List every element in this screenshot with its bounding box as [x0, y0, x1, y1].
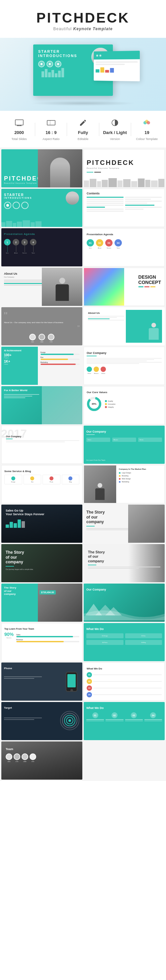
slide-19-inner: Sales Go UpYour Service Stays Forever — [1, 504, 82, 543]
slide-30-title: What We Do — [86, 706, 162, 710]
slide-10-left: About Us — [86, 310, 126, 343]
s-track-1 — [16, 636, 79, 637]
avatar-name-3: CTO — [50, 341, 53, 343]
company-col-2: Mission — [112, 438, 136, 442]
preview-slide-14[interactable]: Our Core Values 85% Quality — [84, 386, 165, 424]
light-step-2: 02 About — [96, 239, 103, 249]
preview-slide-22[interactable]: The Storyof ourcompany — [84, 544, 165, 582]
phone-line-2 — [4, 678, 34, 679]
preview-slide-27[interactable]: Phone — [1, 662, 82, 701]
wwd3-num-4: 04 — [150, 712, 156, 718]
slide-11-inner: AI Achievement 100+ Projects 1K+ Clients… — [1, 347, 82, 385]
team-name-4: CFO — [30, 761, 36, 762]
contents-r-line-4 — [125, 203, 147, 204]
slide-15-content: Our Company — [4, 435, 79, 442]
sales-bars — [6, 518, 78, 528]
preview-slide-7[interactable]: About Us Our Company — [1, 268, 82, 306]
preview-slide-4[interactable]: Contents — [84, 189, 165, 227]
slide-16-line — [86, 434, 95, 435]
slide-23-right: $730,494.00 — [38, 584, 82, 622]
preview-slide-11[interactable]: AI Achievement 100+ Projects 1K+ Clients… — [1, 347, 82, 385]
company-col-2-text: Mission — [113, 439, 135, 441]
prog-track-2 — [40, 359, 80, 360]
stat-label-1: Projects — [4, 357, 35, 359]
team-name-2: CTO — [14, 761, 20, 762]
s-label-2: Revenue — [16, 639, 79, 641]
slide-22-l2 — [88, 568, 139, 569]
preview-slide-5[interactable]: Presentation Agenda 1 Intro 2 About 3 Se… — [1, 228, 82, 266]
donut-value: 85% — [87, 396, 102, 411]
preview-slide-6[interactable]: Presentation Agenda 01 Intro 02 About 03… — [84, 228, 165, 266]
phone-button — [70, 689, 73, 692]
preview-slide-8[interactable]: DESIGNCONCEPT — [84, 268, 165, 306]
stat-box-1: 90% Success — [4, 632, 14, 644]
wwd-text-2: 02 Dev — [127, 635, 161, 636]
preview-slide-12[interactable]: Our Company Vision Mission Values — [84, 347, 165, 385]
icon-circle-3 — [101, 367, 106, 372]
slide-28-inner: What We Do 01 02 03 04 — [84, 663, 164, 700]
colour-value: 19 — [144, 130, 149, 135]
preview-slide-21[interactable]: The Storyof ourcompany Our journey began… — [1, 544, 82, 582]
s-fill-1 — [16, 636, 73, 637]
feature-colour: 19 Colour Template — [131, 118, 163, 141]
preview-slide-15[interactable]: 2017 Our Company — [1, 426, 82, 464]
preview-slide-24[interactable]: Our Company — [84, 584, 165, 622]
step-label-4: Team — [32, 252, 35, 254]
side-bar-3 — [105, 70, 109, 73]
slide-12-underline — [87, 356, 97, 356]
light-step-1: 01 Intro — [87, 239, 94, 249]
preview-slide-9[interactable]: " About Us – Our company story and visio… — [1, 307, 82, 345]
preview-slide-30[interactable]: What We Do 01 02 03 04 — [84, 702, 165, 740]
preview-slide-29[interactable]: Target — [1, 702, 82, 740]
phone-screen — [67, 674, 76, 687]
wwd-num-1: 01 — [87, 672, 92, 678]
preview-slide-19[interactable]: Sales Go UpYour Service Stays Forever — [1, 504, 82, 543]
slide-15-l1 — [6, 440, 79, 441]
step-label-1: Intro — [6, 252, 9, 254]
preview-slide-26[interactable]: What We Do 01 Design 02 Dev 03 Photo 04 … — [84, 623, 165, 661]
contents-line-2 — [87, 199, 123, 200]
service-2: Dev — [24, 475, 42, 484]
contents-r-line-1 — [125, 197, 162, 198]
phone-line-1 — [4, 676, 42, 677]
contents-line-6 — [87, 209, 123, 210]
preview-slide-2[interactable]: PITCHDECK Beautiful Keynote Template — [84, 149, 165, 188]
wwd3-num-3: 03 — [131, 712, 137, 718]
preview-slide-3[interactable]: STARTER INTRODUCTIONS — [1, 189, 82, 227]
preview-slide-20[interactable]: The Storyof ourcompany — [84, 504, 165, 543]
wwd-text-4: 04 Blog — [127, 642, 161, 643]
company-col-1-text: Vision — [88, 439, 109, 441]
light-step-num-4: 04 — [115, 239, 122, 247]
preview-slide-1[interactable]: PITCHDECK Beautiful Keynote Template — [1, 149, 82, 188]
preview-slide-10[interactable]: About Us — [84, 307, 165, 345]
slide-20-line — [86, 526, 95, 527]
preview-slide-25[interactable]: Top Learn From Your Team 90% Success Sal… — [1, 623, 82, 661]
preview-slide-23[interactable]: The Storyof ourcompany $730,494.00 — [1, 584, 82, 622]
circle-b — [13, 202, 20, 209]
slide-16-footer: Go Learn From Our Team — [86, 459, 105, 461]
slide-3-city-area — [1, 220, 82, 227]
slide-2-line-dark — [94, 172, 101, 172]
preview-slide-18[interactable]: Our Projects Company In The Market Plan … — [84, 465, 165, 503]
preview-slide-13[interactable]: For A Better World — [1, 386, 82, 424]
light-step-num-3: 03 — [105, 239, 113, 247]
avatar-3: CTO — [48, 334, 54, 343]
preview-slide-17[interactable]: Some Service & Blog Design Dev Photo Blo… — [1, 465, 82, 503]
project-2: Branding — [119, 475, 162, 477]
service-4: Blog — [62, 475, 80, 484]
slide-26-grid: 01 Design 02 Dev 03 Photo 04 Blog — [86, 633, 162, 645]
logo: PITCHDECK — [6, 10, 160, 26]
slide-3-inner: STARTER INTRODUCTIONS — [1, 189, 82, 227]
slide-10-split: About Us — [86, 310, 162, 343]
service-icon-4 — [69, 476, 72, 480]
company-col-3-text: Values — [139, 439, 161, 441]
building-4 — [51, 70, 54, 77]
contents-line-7 — [87, 211, 123, 212]
slide-22-inner: The Storyof ourcompany — [84, 544, 165, 582]
preview-slide-16[interactable]: Our Company Vision Mission Values Go Lea… — [84, 426, 165, 464]
preview-slide-28[interactable]: What We Do 01 02 03 04 — [84, 662, 165, 701]
slide-19-text: Sales Go UpYour Service Stays Forever — [4, 507, 80, 530]
preview-slide-31[interactable]: Team CEO CTO CMO — [1, 741, 82, 780]
slide-17-services: Design Dev Photo Blog — [4, 475, 79, 484]
sales-bar-3 — [14, 523, 17, 528]
